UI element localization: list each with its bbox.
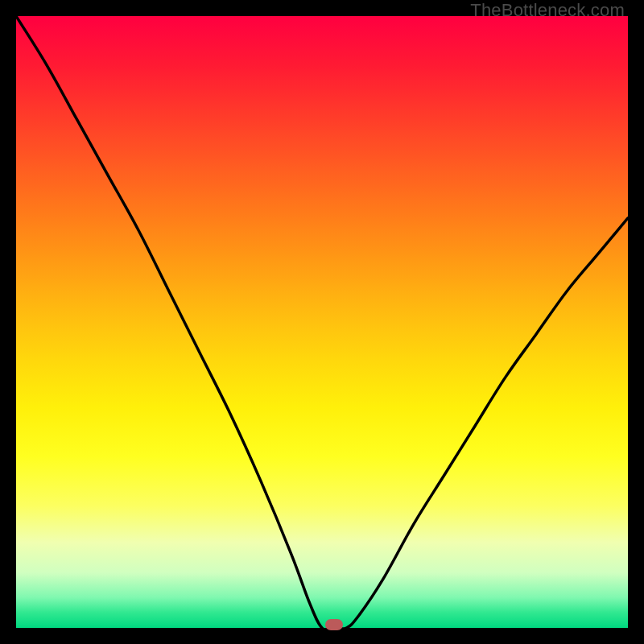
watermark-text: TheBottleneck.com bbox=[470, 0, 625, 21]
chart-frame: TheBottleneck.com bbox=[0, 0, 644, 644]
bottleneck-curve bbox=[16, 16, 628, 628]
optimal-marker bbox=[325, 619, 343, 630]
curve-path bbox=[16, 16, 628, 628]
plot-area bbox=[16, 16, 628, 628]
